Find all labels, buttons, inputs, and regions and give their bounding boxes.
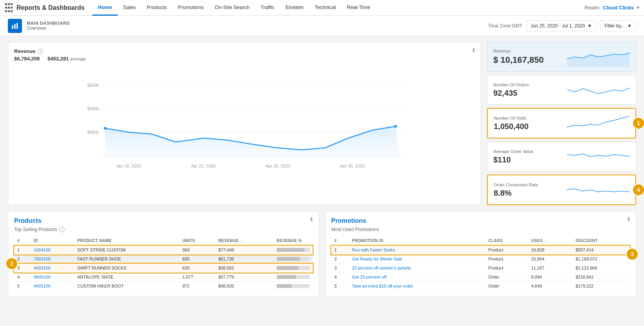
nav-tab-einstein[interactable]: Einstein [280, 0, 309, 16]
col-id: ID [31, 236, 74, 246]
table-row: 5 4405100 CUSTOM HIKER BOOT 872 $48,505 [14, 282, 313, 291]
col-units: UNITS [179, 236, 215, 246]
row-num: 1 [14, 246, 31, 255]
svg-text:$400k: $400k [87, 130, 99, 135]
chart-secondary-value: $452,281 average [47, 56, 86, 62]
row-num: 1 [331, 246, 349, 255]
chart-download-icon[interactable]: ⬇ [471, 47, 476, 53]
tables-section: ⬇ Products Top Selling Products i # ID P… [8, 211, 636, 297]
kpi-panel: Revenue $ 10,167,850 Number Of Orders 92… [487, 42, 636, 205]
row-discount: $1,122,866 [573, 264, 630, 273]
svg-text:Apr 30, 2020: Apr 30, 2020 [340, 164, 365, 168]
row-num: 5 [331, 282, 349, 291]
sub-header: MAIN DASHBOARD Overview Time Zone:GMT Ju… [0, 16, 644, 36]
nav-tab-onsite-search[interactable]: On-Site Search [209, 0, 255, 16]
app-grid-icon[interactable] [4, 3, 13, 13]
table-row: 3 4403100 SWIFT RUNNER SOCKS 626 $58,563 [14, 264, 313, 273]
row-id[interactable]: 4405100 [31, 282, 74, 291]
row-promotion-id[interactable]: Take an extra $10 off your order [349, 282, 485, 291]
products-table-card: ⬇ Products Top Selling Products i # ID P… [8, 211, 319, 297]
dashboard-subtitle: Overview [27, 25, 70, 31]
svg-text:Apr 22, 2020: Apr 22, 2020 [191, 164, 216, 168]
date-range-button[interactable]: Jun 25, 2020 - Jul 1, 2020 ▼ [526, 20, 597, 31]
svg-point-15 [394, 125, 397, 128]
row-discount: $216,841 [573, 273, 630, 282]
row-revenue: $57,779 [215, 273, 274, 282]
row-uses: 4,649 [528, 282, 572, 291]
row-revenue: $48,505 [215, 282, 274, 291]
table-row: 4 Get 25 percent off Order 6,094 $216,84… [331, 273, 630, 282]
dashboard-title: MAIN DASHBOARD [27, 21, 70, 25]
timezone-label: Time Zone:GMT [488, 23, 522, 29]
row-name: ANTALOPE SHOE [74, 273, 179, 282]
row-num: 2 [331, 255, 349, 264]
nav-tab-technical[interactable]: Technical [309, 0, 341, 16]
row-promotion-id[interactable]: Get 25 percent off [349, 273, 485, 282]
kpi-revenue-sparkline [567, 47, 630, 67]
date-filter-section: Time Zone:GMT Jun 25, 2020 - Jul 1, 2020… [488, 20, 636, 31]
row-revenue: $58,563 [215, 264, 274, 273]
row-uses: 16,828 [528, 246, 572, 255]
col-revenue-pct: REVENUE % [274, 236, 313, 246]
table-row: 2 Get Ready for Winter Sale Product 15,8… [331, 255, 630, 264]
row-id[interactable]: 1004100 [31, 246, 74, 255]
kpi-card-revenue: Revenue $ 10,167,850 [487, 42, 636, 72]
col-num: # [331, 236, 349, 246]
promotions-table: # PROMOTION ID CLASS USES ↓ DISCOUNT 1 R… [331, 236, 630, 291]
table-row: 4 4600100 ANTALOPE SHOE 1,677 $57,779 [14, 273, 313, 282]
revenue-info-icon[interactable]: i [38, 49, 43, 54]
kpi-visits-wrapper: Number Of Visits 1,050,400 1 [487, 108, 636, 138]
nav-tab-traffic[interactable]: Traffic [255, 0, 280, 16]
realm-section: Realm: Cloud Clicks ▼ [584, 5, 640, 11]
chart-stats: $6,784,209 $452,281 average [14, 56, 475, 62]
products-download-icon[interactable]: ⬇ [309, 216, 314, 222]
badge-2: 2 [5, 257, 18, 270]
row-discount: $507,414 [573, 246, 630, 255]
row-promotion-id[interactable]: Get Ready for Winter Sale [349, 255, 485, 264]
products-info-icon[interactable]: i [59, 227, 65, 232]
row-name: FAST RUNNER SHOE [74, 255, 179, 264]
kpi-conversion-sparkline [567, 180, 629, 200]
table-row: 5 Take an extra $10 off your order Order… [331, 282, 630, 291]
svg-text:Apr 26, 2020: Apr 26, 2020 [266, 164, 290, 168]
col-promotion-id: PROMOTION ID [349, 236, 485, 246]
kpi-card-orders: Number Of Orders 92,435 [487, 75, 636, 105]
kpi-orders-sparkline [567, 80, 630, 100]
kpi-visits-sparkline [567, 113, 629, 133]
row-num: 5 [14, 282, 31, 291]
products-subtitle: Top Selling Products i [14, 227, 313, 232]
svg-rect-0 [12, 25, 13, 29]
row-id[interactable]: 7003100 [31, 255, 74, 264]
row-promotion-id[interactable]: Run with Faster Socks [349, 246, 485, 255]
nav-tab-realtime[interactable]: Real-Time [341, 0, 376, 16]
realm-link[interactable]: Cloud Clicks [603, 5, 634, 11]
nav-tab-home[interactable]: Home [92, 0, 117, 16]
nav-tab-sales[interactable]: Sales [118, 0, 142, 16]
col-uses: USES ↓ [528, 236, 572, 246]
table-row: 1 1004100 SOFT STRIDE CUSTOM 904 $77,449 [14, 246, 313, 255]
row-uses: 15,854 [528, 255, 572, 264]
col-num: # [14, 236, 31, 246]
nav-tab-products[interactable]: Products [141, 0, 172, 16]
nav-tabs: Home Sales Products Promotions On-Site S… [92, 0, 584, 16]
row-revenue-bar [274, 246, 313, 255]
main-content: Revenue i $6,784,209 $452,281 average ⬇ [0, 36, 644, 303]
promotions-subtitle: Most Used Promotions [331, 227, 630, 232]
row-id[interactable]: 4600100 [31, 273, 74, 282]
row-units: 872 [179, 282, 215, 291]
realm-dropdown-icon[interactable]: ▼ [636, 5, 640, 10]
svg-text:$500k: $500k [87, 106, 99, 111]
filter-button[interactable]: Filter by... ▼ [600, 20, 636, 31]
row-revenue-bar [274, 282, 313, 291]
table-row: 2 7003100 FAST RUNNER SHOE 835 $61,736 [14, 255, 313, 264]
row-id[interactable]: 4403100 [31, 264, 74, 273]
row-promotion-id[interactable]: 25 percent off women's jackets [349, 264, 485, 273]
promotions-download-icon[interactable]: ⬇ [626, 216, 631, 222]
row-num: 4 [14, 273, 31, 282]
row-revenue-bar [274, 273, 313, 282]
chart-title: Revenue i [14, 48, 475, 54]
row-discount: $1,168,072 [573, 255, 630, 264]
nav-tab-promotions[interactable]: Promotions [172, 0, 209, 16]
date-dropdown-icon: ▼ [587, 23, 592, 29]
products-table-wrapper: # ID PRODUCT NAME UNITS REVENUE ↓ REVENU… [14, 236, 313, 291]
